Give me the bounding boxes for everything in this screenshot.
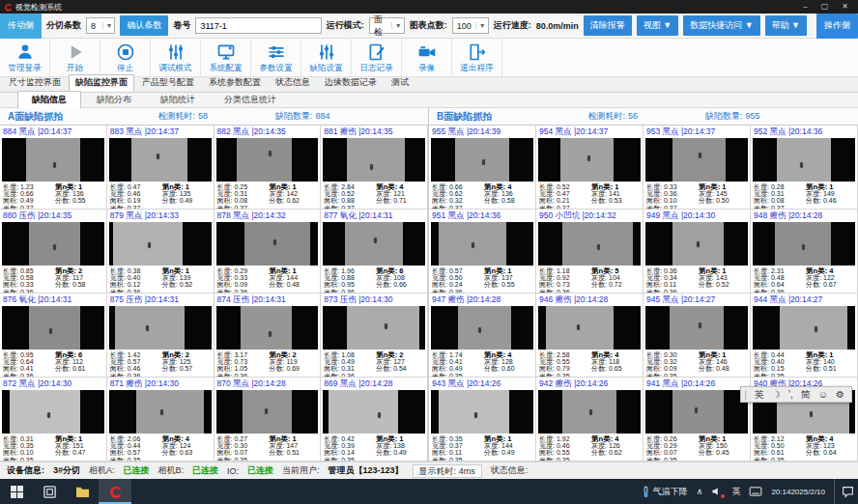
defect-image[interactable]: [323, 138, 425, 182]
view-menu-button[interactable]: 视图 ▼: [637, 15, 678, 36]
defect-cell[interactable]: 941 黑点 |20:14:26 长度:0.26 宽度:0.29 面积:0.07…: [644, 378, 751, 462]
defect-cell[interactable]: 883 黑点 |20:14:37 长度:0.47 宽度:0.46 面积:0.19…: [107, 126, 214, 210]
defect-image[interactable]: [645, 222, 748, 266]
tab-edge-data-record[interactable]: 边缘数据记录: [318, 74, 384, 92]
defect-cell[interactable]: 945 黑点 |20:14:27 长度:0.30 宽度:0.32 面积:0.09…: [644, 294, 751, 378]
defect-cell[interactable]: 954 黑点 |20:14:37 长度:0.52 宽度:0.47 面积:0.21…: [536, 126, 644, 210]
data-quick-access-menu-button[interactable]: 数据快捷访问 ▼: [683, 15, 759, 36]
defect-image[interactable]: [216, 306, 319, 350]
volume-icon[interactable]: [711, 486, 723, 497]
defect-cell[interactable]: 873 压伤 |20:14:30 长度:1.08 宽度:0.49 面积:0.31…: [321, 294, 428, 378]
roll-number-input[interactable]: [195, 17, 321, 34]
weather-widget[interactable]: 气温下降: [642, 486, 688, 498]
defect-image[interactable]: [323, 390, 425, 434]
defect-image[interactable]: [431, 222, 533, 266]
task-view-button[interactable]: [33, 479, 66, 504]
run-mode-select[interactable]: 双面检测▼: [369, 17, 405, 34]
defect-image[interactable]: [2, 222, 104, 266]
file-explorer-button[interactable]: [66, 479, 99, 504]
defect-cell[interactable]: 953 黑点 |20:14:37 长度:0.33 宽度:0.36 面积:0.10…: [644, 126, 751, 210]
defect-cell[interactable]: 942 擦伤 |20:14:26 长度:1.92 宽度:0.46 面积:0.55…: [536, 378, 644, 462]
subtab-defect-statistics[interactable]: 缺陷统计: [147, 92, 209, 108]
defect-cell[interactable]: 947 擦伤 |20:14:28 长度:1.74 宽度:0.41 面积:0.49…: [429, 294, 536, 378]
defect-cell[interactable]: 951 黑点 |20:14:36 长度:0.57 宽度:0.50 面积:0.24…: [429, 210, 536, 294]
record-video-button[interactable]: 录像: [402, 39, 452, 76]
defect-image[interactable]: [645, 306, 748, 350]
subtab-classification-statistics[interactable]: 分类信息统计: [211, 92, 290, 108]
maximize-button[interactable]: ▢: [821, 0, 829, 14]
hidden-icons-chevron[interactable]: ∧: [697, 487, 703, 496]
defect-image[interactable]: [431, 390, 533, 434]
taskbar-clock[interactable]: 20:14 2025/2/10: [771, 488, 825, 496]
defect-settings-button[interactable]: 缺陷设置: [301, 39, 352, 76]
parameter-settings-button[interactable]: 参数设置: [251, 39, 301, 76]
touch-keyboard-icon[interactable]: [749, 487, 762, 496]
defect-image[interactable]: [216, 138, 319, 182]
defect-image[interactable]: [216, 390, 319, 434]
inspection-app-taskbar-button[interactable]: [99, 479, 131, 504]
notification-center-button[interactable]: [834, 479, 854, 504]
tab-defect-monitor[interactable]: 缺陷监控界面: [69, 74, 134, 92]
defect-cell[interactable]: 948 擦伤 |20:14:28 长度:2.31 宽度:0.48 面积:0.64…: [751, 210, 858, 294]
defect-image[interactable]: [323, 306, 425, 350]
ime-punctuation-icon[interactable]: ’,: [788, 387, 793, 402]
defect-cell[interactable]: 872 黑点 |20:14:30 长度:0.31 宽度:0.35 面积:0.10…: [0, 378, 107, 462]
defect-cell[interactable]: 882 黑点 |20:14:35 长度:0.25 宽度:0.31 面积:0.08…: [214, 126, 322, 210]
confirm-count-button[interactable]: 确认条数: [120, 15, 168, 36]
subtab-defect-distribution[interactable]: 缺陷分布: [83, 92, 145, 108]
tab-system-parameter-config[interactable]: 系统参数配置: [202, 74, 268, 92]
operator-side-button[interactable]: 操作侧: [816, 14, 858, 39]
ime-language-indicator[interactable]: 英: [731, 486, 740, 498]
defect-cell[interactable]: 946 擦伤 |20:14:28 长度:2.58 宽度:0.55 面积:0.79…: [536, 294, 644, 378]
close-button[interactable]: ✕: [842, 0, 848, 14]
ime-toolbar[interactable]: | 英 ☽ ’, 简 ☺ ⚙: [740, 386, 853, 403]
defect-cell[interactable]: 949 黑点 |20:14:30 长度:0.36 宽度:0.34 面积:0.11…: [644, 210, 751, 294]
ime-settings-gear-icon[interactable]: ⚙: [836, 387, 844, 402]
defect-cell[interactable]: 952 黑点 |20:14:36 长度:0.28 宽度:0.31 面积:0.08…: [751, 126, 858, 210]
defect-image[interactable]: [538, 138, 641, 182]
ime-halfwidth-icon[interactable]: ☽: [772, 387, 781, 402]
defect-cell[interactable]: 871 擦伤 |20:14:30 长度:2.06 宽度:0.44 面积:0.57…: [107, 378, 214, 462]
defect-cell[interactable]: 943 黑点 |20:14:26 长度:0.35 宽度:0.37 面积:0.11…: [429, 378, 536, 462]
defect-cell[interactable]: 944 黑点 |20:14:27 长度:0.44 宽度:0.40 面积:0.15…: [751, 294, 858, 378]
defect-cell[interactable]: 876 氧化 |20:14:31 长度:0.95 宽度:0.64 面积:0.41…: [0, 294, 107, 378]
start-button[interactable]: [0, 479, 33, 504]
minimize-button[interactable]: –: [803, 0, 807, 14]
defect-image[interactable]: [109, 390, 212, 434]
defect-cell[interactable]: 878 黑点 |20:14:32 长度:0.29 宽度:0.33 面积:0.09…: [214, 210, 322, 294]
clear-alarm-button[interactable]: 清除报警: [584, 15, 632, 36]
defect-cell[interactable]: 875 压伤 |20:14:31 长度:1.42 宽度:0.57 面积:0.46…: [107, 294, 214, 378]
defect-image[interactable]: [109, 306, 212, 350]
ime-drag-handle[interactable]: |: [745, 390, 747, 400]
ime-simplified-toggle[interactable]: 简: [801, 387, 811, 402]
defect-image[interactable]: [2, 138, 104, 182]
system-config-button[interactable]: 系统配置: [201, 39, 251, 76]
defect-image[interactable]: [645, 390, 748, 434]
defect-image[interactable]: [109, 138, 212, 182]
defect-image[interactable]: [431, 306, 533, 350]
tab-test[interactable]: 测试: [385, 74, 415, 92]
defect-cell[interactable]: 879 黑点 |20:14:33 长度:0.38 宽度:0.40 面积:0.12…: [107, 210, 214, 294]
defect-cell[interactable]: 884 黑点 |20:14:37 长度:1.23 宽度:0.66 面积:0.49…: [0, 126, 107, 210]
ime-language-toggle[interactable]: 英: [755, 387, 764, 402]
defect-image[interactable]: [645, 138, 748, 182]
defect-image[interactable]: [109, 222, 212, 266]
defect-image[interactable]: [753, 222, 855, 266]
defect-image[interactable]: [753, 306, 855, 350]
defect-cell[interactable]: 869 黑点 |20:14:28 长度:0.42 宽度:0.39 面积:0.14…: [321, 378, 428, 462]
chart-points-select[interactable]: 100▼: [452, 17, 489, 34]
help-menu-button[interactable]: 帮助 ▼: [765, 15, 807, 36]
defect-image[interactable]: [538, 390, 641, 434]
defect-image[interactable]: [431, 138, 533, 182]
defect-image[interactable]: [538, 222, 641, 266]
defect-image[interactable]: [2, 390, 104, 434]
tab-status-info[interactable]: 状态信息: [269, 74, 317, 92]
admin-login-button[interactable]: 管理登录: [0, 39, 50, 76]
defect-cell[interactable]: 955 黑点 |20:14:39 长度:0.66 宽度:0.62 面积:0.32…: [429, 126, 536, 210]
defect-image[interactable]: [323, 222, 425, 266]
defect-cell[interactable]: 874 压伤 |20:14:31 长度:3.17 宽度:0.73 面积:1.05…: [214, 294, 322, 378]
defect-cell[interactable]: 870 黑点 |20:14:28 长度:0.27 宽度:0.30 面积:0.07…: [214, 378, 322, 462]
log-record-button[interactable]: 日志记录: [352, 39, 402, 76]
stop-button[interactable]: 停止: [100, 39, 151, 76]
defect-image[interactable]: [753, 138, 855, 182]
